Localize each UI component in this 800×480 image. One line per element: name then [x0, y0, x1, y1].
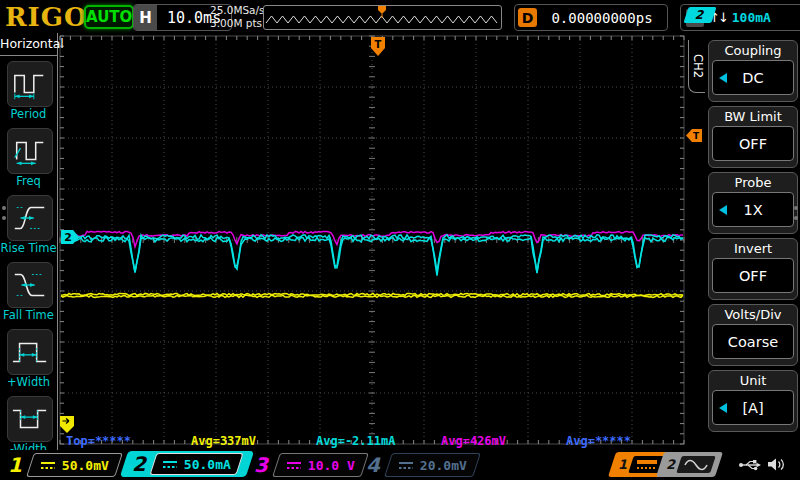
plus-width-icon: [11, 335, 49, 369]
d-key-label: D: [518, 8, 537, 27]
channel2-indicator[interactable]: 2 50.0mA: [120, 451, 254, 477]
measure-plus-width-label: +Width: [0, 375, 57, 389]
measure-fall-time-button[interactable]: [7, 262, 53, 308]
measure-period-label: Period: [0, 107, 57, 121]
measurement-bar: Top=***** Avg=337mV Avg=-2.11mA Avg=426m…: [0, 434, 706, 449]
channel-menu-sidebar: Coupling DC BW Limit OFF Probe 1X Invert…: [706, 33, 800, 450]
invert-value: OFF: [739, 268, 767, 284]
bw-limit-label: BW Limit: [709, 107, 797, 124]
menu-item-unit[interactable]: Unit [A]: [708, 370, 798, 432]
sample-rate-readout: 25.0MSa/s 3.00M pts: [210, 4, 265, 29]
volts-div-label: Volts/Div: [709, 305, 797, 322]
dc-coupling-icon: [286, 460, 302, 470]
channel4-number: 4: [366, 453, 380, 477]
waveform-preview-icon: [264, 6, 499, 27]
h-key-label: H: [134, 5, 157, 30]
minus-width-icon: [11, 402, 49, 436]
source2-indicator[interactable]: 2: [656, 452, 723, 477]
bw-limit-value: OFF: [739, 136, 767, 152]
channel2-scale: 50.0mA: [184, 457, 231, 472]
measure-freq-button[interactable]: [7, 128, 53, 174]
measurement-4: Avg=426mV: [441, 434, 506, 448]
left-triangle-icon: [719, 73, 727, 83]
pulse-icon: [635, 458, 659, 471]
channel3-indicator[interactable]: 10.0 V: [272, 453, 369, 477]
sample-rate: 25.0MSa/s: [210, 4, 265, 17]
bezel-dot: [2, 216, 6, 220]
source1-number: 1: [618, 457, 627, 472]
channel4-scale: 20.0mV: [420, 458, 467, 473]
measure-period-button[interactable]: [7, 61, 53, 107]
graticule-display: TT2: [0, 0, 800, 480]
menu-item-coupling[interactable]: Coupling DC: [708, 40, 798, 102]
source2-number: 2: [666, 457, 675, 472]
channel3-scale: 10.0 V: [308, 458, 355, 473]
menu-item-invert[interactable]: Invert OFF: [708, 238, 798, 300]
menu-item-bw-limit[interactable]: BW Limit OFF: [708, 106, 798, 168]
menu-item-probe[interactable]: Probe 1X: [708, 172, 798, 234]
invert-label: Invert: [709, 239, 797, 256]
channel1-offscreen-marker: [60, 416, 74, 433]
rise-time-icon: [11, 201, 49, 235]
delay-value: 0.00000000ps: [537, 10, 667, 26]
measure-menu-title: Horizontal: [0, 33, 57, 56]
preview-trigger-marker: [378, 6, 386, 14]
probe-label: Probe: [709, 173, 797, 190]
trigger-readout[interactable]: T ↑↓ 2 100mA: [680, 4, 800, 31]
dc-coupling-icon: [398, 460, 414, 470]
measurement-2: Avg=337mV: [191, 434, 256, 448]
memory-depth: 3.00M pts: [210, 17, 265, 30]
measurement-1: Top=*****: [66, 434, 131, 448]
trigger-position-marker: [371, 37, 385, 56]
ch2-trace: [61, 235, 683, 273]
channel2-ground-marker: [61, 230, 79, 244]
ch3-trace: [61, 231, 683, 246]
fall-time-icon: [11, 268, 49, 302]
measure-freq-label: Freq: [0, 174, 57, 188]
measure-minus-width-button[interactable]: [7, 396, 53, 442]
waveform-preview-strip[interactable]: [263, 5, 502, 30]
measurement-5: Avg=*****: [566, 434, 631, 448]
sine-icon: [683, 458, 709, 471]
bezel-dot: [794, 206, 798, 210]
speaker-icon: [766, 457, 786, 472]
dc-coupling-icon: [40, 460, 56, 470]
measure-plus-width-button[interactable]: [7, 329, 53, 375]
volts-div-value: Coarse: [728, 334, 778, 350]
channel-menu-tab: CH2: [688, 40, 705, 93]
channel-status-bar: 1 50.0mV 2 50.0mA 3 10.0: [0, 450, 800, 480]
channel1-number: 1: [8, 453, 22, 477]
freq-icon: [11, 134, 49, 168]
delay-readout[interactable]: D 0.00000000ps: [514, 4, 668, 31]
trigger-source-badge: 2: [683, 7, 716, 23]
coupling-label: Coupling: [709, 41, 797, 58]
measure-rise-time-label: Rise Time: [0, 241, 57, 255]
left-triangle-icon: [719, 205, 727, 215]
svg-text:T: T: [693, 131, 700, 141]
bezel-dot: [2, 206, 6, 210]
left-triangle-icon: [719, 403, 727, 413]
channel3-number: 3: [254, 453, 268, 477]
ch1-trace: [61, 293, 683, 295]
trigger-level-marker: [686, 129, 702, 142]
menu-item-volts-div[interactable]: Volts/Div Coarse: [708, 304, 798, 366]
period-icon: [11, 67, 49, 101]
channel1-scale: 50.0mV: [62, 458, 109, 473]
svg-text:2: 2: [64, 231, 72, 244]
channel2-number: 2: [132, 452, 146, 476]
measure-rise-time-button[interactable]: [7, 195, 53, 241]
bezel-dot: [794, 216, 798, 220]
measurement-3: Avg=-2.11mA: [316, 434, 395, 448]
ch2-trace: [61, 237, 683, 275]
measure-fall-time-label: Fall Time: [0, 308, 57, 322]
channel1-indicator[interactable]: 50.0mV: [26, 453, 123, 477]
unit-value: [A]: [742, 400, 763, 416]
channel4-indicator[interactable]: 20.0mV: [384, 453, 481, 477]
dc-coupling-icon: [162, 459, 178, 469]
probe-value: 1X: [743, 202, 762, 218]
oscilloscope-screen: RIGOL AUTO H 10.0ms 25.0MSa/s 3.00M pts …: [0, 0, 800, 480]
usb-icon: [738, 457, 762, 472]
ch1-trace: [61, 295, 683, 297]
measure-menu-sidebar: Horizontal Period Freq: [0, 33, 58, 450]
acquisition-status-badge: AUTO: [84, 5, 134, 29]
